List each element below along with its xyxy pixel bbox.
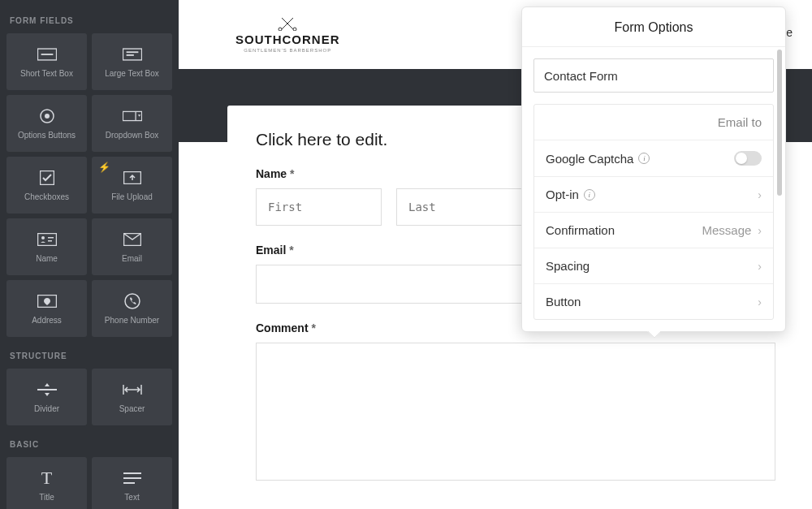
comment-textarea[interactable] bbox=[256, 343, 775, 481]
form-name-input[interactable] bbox=[533, 58, 774, 93]
svg-rect-4 bbox=[126, 54, 133, 56]
tile-short-text-box[interactable]: Short Text Box bbox=[6, 33, 87, 90]
option-row-opt-in[interactable]: Opt-in i › bbox=[534, 176, 773, 212]
tile-spacer[interactable]: Spacer bbox=[92, 369, 172, 425]
options-list: Email to Google Captcha i Opt-in i › Con… bbox=[533, 104, 774, 320]
option-row-captcha[interactable]: Google Captcha i bbox=[534, 140, 773, 176]
tile-address[interactable]: Address bbox=[6, 280, 87, 337]
tile-name[interactable]: Name bbox=[6, 218, 87, 275]
tile-text[interactable]: Text bbox=[92, 457, 172, 509]
dropdown-icon bbox=[123, 107, 142, 125]
svg-point-6 bbox=[45, 114, 50, 119]
option-row-email-to[interactable]: Email to bbox=[534, 105, 773, 140]
tile-large-text-box[interactable]: Large Text Box bbox=[92, 33, 172, 90]
svg-point-23 bbox=[293, 28, 296, 31]
options-body: Email to Google Captcha i Opt-in i › Con… bbox=[522, 47, 785, 331]
svg-point-12 bbox=[41, 236, 45, 239]
svg-rect-13 bbox=[48, 237, 54, 239]
tile-options-buttons[interactable]: Options Buttons bbox=[6, 95, 87, 152]
logo: SOUTHCORNER GENTLEMEN'S BARBERSHOP bbox=[235, 16, 340, 53]
panel-scrollbar[interactable] bbox=[777, 50, 782, 277]
chevron-right-icon: › bbox=[758, 260, 762, 273]
email-icon bbox=[123, 231, 142, 248]
captcha-toggle[interactable] bbox=[734, 151, 762, 166]
svg-rect-3 bbox=[126, 51, 138, 53]
spacer-icon bbox=[123, 381, 142, 399]
section-title-structure: STRUCTURE bbox=[10, 352, 169, 360]
chevron-right-icon: › bbox=[758, 188, 762, 201]
logo-tagline: GENTLEMEN'S BARBERSHOP bbox=[244, 48, 331, 53]
option-row-button[interactable]: Button › bbox=[534, 283, 773, 319]
chevron-right-icon: › bbox=[758, 295, 762, 308]
sidebar: FORM FIELDS Short Text Box Large Text Bo… bbox=[0, 0, 179, 509]
address-icon bbox=[37, 292, 57, 310]
first-name-input[interactable] bbox=[256, 188, 382, 226]
info-icon[interactable]: i bbox=[584, 189, 595, 201]
svg-point-22 bbox=[279, 28, 282, 31]
tiles-basic: T Title Text bbox=[6, 457, 172, 509]
section-title-basic: BASIC bbox=[10, 440, 169, 449]
tile-checkboxes[interactable]: Checkboxes bbox=[6, 157, 87, 214]
phone-icon bbox=[123, 292, 142, 310]
logo-mark-icon bbox=[275, 16, 300, 31]
lightning-icon: ⚡ bbox=[98, 162, 110, 173]
svg-rect-8 bbox=[135, 111, 136, 119]
svg-rect-14 bbox=[48, 240, 52, 242]
text-icon bbox=[123, 469, 142, 487]
form-options-panel: Form Options Email to Google Captcha i O… bbox=[521, 6, 786, 332]
svg-rect-21 bbox=[123, 482, 135, 484]
name-icon bbox=[37, 231, 57, 248]
option-row-confirmation[interactable]: Confirmation Message › bbox=[534, 212, 773, 248]
svg-rect-11 bbox=[37, 233, 56, 245]
tile-dropdown-box[interactable]: Dropdown Box bbox=[92, 95, 172, 152]
checkbox-icon bbox=[37, 169, 57, 187]
tiles-form-fields: Short Text Box Large Text Box Options Bu… bbox=[6, 33, 172, 337]
svg-rect-18 bbox=[37, 389, 57, 390]
large-text-box-icon bbox=[123, 45, 142, 63]
info-icon[interactable]: i bbox=[638, 153, 650, 164]
short-text-box-icon bbox=[37, 45, 57, 63]
logo-text: SOUTHCORNER bbox=[235, 32, 340, 46]
tiles-structure: Divider Spacer bbox=[6, 369, 172, 425]
email-input[interactable] bbox=[256, 265, 540, 304]
tile-phone-number[interactable]: Phone Number bbox=[92, 280, 172, 337]
svg-point-17 bbox=[125, 294, 140, 308]
svg-rect-19 bbox=[123, 472, 141, 474]
option-row-spacing[interactable]: Spacing › bbox=[534, 248, 773, 283]
section-title-form-fields: FORM FIELDS bbox=[10, 16, 169, 25]
options-title: Form Options bbox=[522, 7, 785, 47]
chevron-right-icon: › bbox=[758, 224, 762, 237]
title-icon: T bbox=[37, 469, 57, 487]
tile-title[interactable]: T Title bbox=[6, 457, 87, 509]
upload-icon bbox=[123, 169, 142, 187]
panel-arrow-icon bbox=[647, 331, 660, 338]
svg-rect-1 bbox=[41, 54, 53, 55]
last-name-input[interactable] bbox=[396, 188, 522, 226]
tile-divider[interactable]: Divider bbox=[6, 369, 87, 425]
tile-file-upload[interactable]: ⚡ File Upload bbox=[92, 157, 172, 214]
divider-icon bbox=[37, 381, 57, 399]
svg-rect-20 bbox=[123, 477, 141, 479]
radio-icon bbox=[37, 107, 57, 125]
tile-email[interactable]: Email bbox=[92, 218, 172, 275]
